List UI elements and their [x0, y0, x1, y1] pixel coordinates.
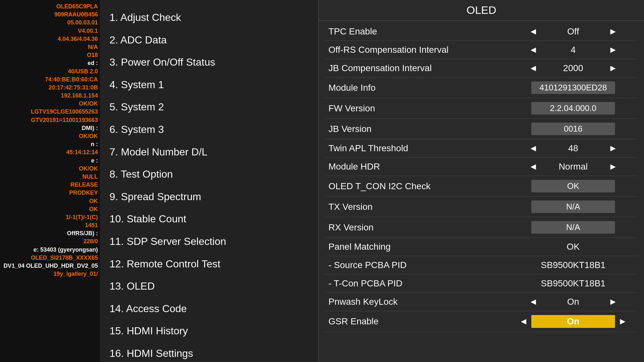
setting-value-area: 0016	[512, 123, 634, 135]
menu-item[interactable]: 10. Stable Count	[109, 208, 308, 230]
setting-value-box: 4101291300ED28	[531, 81, 615, 94]
left-info-line: OK/OK	[2, 100, 98, 108]
menu-item[interactable]: 13. OLED	[109, 275, 308, 298]
menu-item[interactable]: 9. Spread Spectrum	[109, 186, 308, 208]
arrow-right-btn[interactable]: ►	[605, 45, 621, 55]
left-info-line: OLED_SI2178B_XXXX65	[2, 254, 98, 262]
arrow-right-btn[interactable]: ►	[605, 63, 621, 73]
menu-item[interactable]: 8. Test Option	[109, 163, 308, 186]
left-info-line: 20:17:42:75:31:0B	[2, 84, 98, 92]
setting-value: 4	[541, 45, 605, 55]
left-info-line: OK/OK	[2, 165, 98, 173]
setting-value-area: SB9500KT18B1	[512, 260, 634, 270]
left-info-line: 05.00.03.01	[2, 19, 98, 27]
left-info-line: 1/-1(T)/-1(C)	[2, 213, 98, 221]
setting-row: JB Version0016	[319, 119, 644, 138]
setting-row: RX VersionN/A	[319, 218, 644, 237]
menu-item[interactable]: 5. System 2	[109, 96, 308, 118]
arrow-left-btn[interactable]: ◄	[526, 143, 541, 153]
arrow-right-btn[interactable]: ►	[605, 162, 621, 172]
menu-item[interactable]: 12. Remote Control Test	[109, 253, 308, 275]
arrow-left-btn[interactable]: ◄	[516, 316, 531, 327]
left-info-line: e :	[2, 157, 98, 165]
setting-row: OLED T_CON I2C CheckOK	[319, 177, 644, 196]
left-info-line: O18	[2, 51, 98, 59]
setting-row: TX VersionN/A	[319, 197, 644, 216]
menu-item[interactable]: 1. Adjust Check	[109, 6, 308, 29]
setting-row: Off-RS Compensation Interval◄4►	[319, 42, 644, 58]
setting-label: TX Version	[328, 202, 512, 212]
arrow-left-btn[interactable]: ◄	[526, 162, 541, 172]
menu-item[interactable]: 7. Model Number D/L	[109, 141, 308, 163]
left-info-line: GTV20191=11001193663	[2, 116, 98, 124]
setting-value-box: OK	[531, 180, 615, 192]
settings-panel: OLED TPC Enable◄Off►Off-RS Compensation …	[319, 0, 644, 362]
setting-value-area: ◄On►	[512, 297, 634, 307]
left-info-line: 228/0	[2, 237, 98, 246]
menu-item[interactable]: 16. HDMI Settings	[109, 342, 308, 362]
setting-row: Module HDR◄Normal►	[319, 158, 644, 175]
setting-value-plain: SB9500KT18B1	[541, 278, 606, 289]
setting-value-plain: OK	[541, 242, 605, 252]
setting-value: 2000	[541, 63, 605, 73]
setting-row: JB Compensation Interval◄2000►	[319, 60, 644, 77]
left-info-line: 1451	[2, 221, 98, 229]
left-info-line: 4.04.36/4.04.36	[2, 35, 98, 43]
setting-value-area: OK	[512, 242, 634, 252]
left-info-line: OK	[2, 197, 98, 205]
arrow-right-btn[interactable]: ►	[615, 316, 630, 327]
setting-label: Off-RS Compensation Interval	[328, 45, 512, 55]
setting-label: Module Info	[328, 83, 512, 93]
left-info-line: OffRS/JB) :	[2, 229, 98, 237]
menu-item[interactable]: 2. ADC Data	[109, 29, 308, 51]
setting-label: Twin APL Threshold	[328, 143, 512, 153]
setting-value-box: N/A	[531, 200, 615, 213]
arrow-right-btn[interactable]: ►	[605, 143, 621, 153]
setting-row: - T-Con PCBA PIDSB9500KT18B1	[319, 275, 644, 292]
menu-item[interactable]: 14. Access Code	[109, 298, 308, 320]
left-info-line: 74:40:BE:B0:60:CA	[2, 76, 98, 84]
left-info-line: V4.00.1	[2, 27, 98, 35]
setting-row: FW Version2.2.04.000.0	[319, 99, 644, 118]
left-info-line: DV1_04 OLED_UHD_HDR_DV2_05	[2, 262, 98, 270]
setting-row: Twin APL Threshold◄48►	[319, 140, 644, 157]
setting-row: - Source PCBA PIDSB9500KT18B1	[319, 257, 644, 274]
left-info-line: n :	[2, 140, 98, 148]
setting-value-box: 0016	[531, 123, 615, 135]
arrow-left-btn[interactable]: ◄	[526, 297, 541, 307]
setting-label: Panel Matching	[328, 242, 512, 252]
arrow-left-btn[interactable]: ◄	[526, 45, 541, 55]
setting-label: Module HDR	[328, 162, 512, 172]
setting-row: Module Info4101291300ED28	[319, 78, 644, 97]
arrow-right-btn[interactable]: ►	[605, 297, 621, 307]
setting-label: JB Version	[328, 124, 512, 134]
arrow-left-btn[interactable]: ◄	[526, 63, 541, 73]
left-info-line: NULL	[2, 173, 98, 181]
left-info-line: ed :	[2, 59, 98, 67]
left-info-line: 45:14:12:14	[2, 148, 98, 156]
setting-value: On	[541, 297, 605, 307]
left-info-line: RELEASE	[2, 181, 98, 189]
setting-value-box: N/A	[531, 221, 615, 234]
arrow-left-btn[interactable]: ◄	[526, 26, 541, 37]
setting-value: On	[531, 315, 615, 328]
left-info-line: OK/OK	[2, 132, 98, 140]
left-info-line: N/A	[2, 43, 98, 51]
menu-item[interactable]: 6. System 3	[109, 118, 308, 141]
menu-item[interactable]: 3. Power On/Off Status	[109, 51, 308, 74]
menu-item[interactable]: 11. SDP Server Selection	[109, 230, 308, 253]
setting-row: Panel MatchingOK	[319, 238, 644, 255]
setting-label: JB Compensation Interval	[328, 63, 512, 73]
setting-value-area: 2.2.04.000.0	[512, 102, 634, 115]
arrow-right-btn[interactable]: ►	[605, 26, 621, 37]
setting-row: Pnwash KeyLock◄On►	[319, 293, 644, 310]
setting-row: TPC Enable◄Off►	[319, 23, 644, 40]
left-info-line: e: 53403 (gyeryongsan)	[2, 246, 98, 254]
menu-panel: 1. Adjust Check2. ADC Data3. Power On/Of…	[100, 0, 319, 362]
menu-item[interactable]: 4. System 1	[109, 74, 308, 96]
setting-value-box: 2.2.04.000.0	[531, 102, 615, 115]
menu-item[interactable]: 15. HDMI History	[109, 320, 308, 342]
setting-label: OLED T_CON I2C Check	[328, 181, 512, 191]
setting-row: GSR Enable◄On►	[319, 312, 644, 331]
setting-label: - Source PCBA PID	[328, 260, 512, 270]
